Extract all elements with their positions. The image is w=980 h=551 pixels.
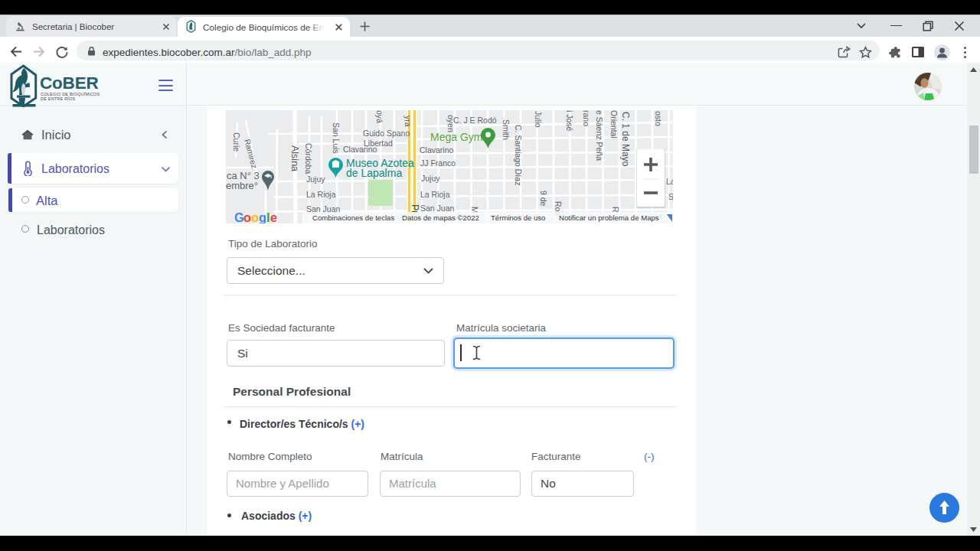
svg-text:o: o xyxy=(251,210,259,223)
svg-text:Córdoba: Córdoba xyxy=(304,143,313,174)
svg-text:Combinaciones de teclas: Combinaciones de teclas xyxy=(312,214,394,222)
svg-text:La Rioja: La Rioja xyxy=(420,190,450,199)
svg-text:Notificar un problema de Maps: Notificar un problema de Maps xyxy=(559,214,659,222)
svg-text:C. J E Rodó: C. J E Rodó xyxy=(453,116,497,125)
svg-text:JJ Franco: JJ Franco xyxy=(420,158,456,168)
svg-text:oyá: oyá xyxy=(375,110,384,123)
svg-text:g: g xyxy=(259,210,266,223)
svg-text:Julio: Julio xyxy=(534,111,543,128)
svg-text:C. Santiago Díaz: C. Santiago Díaz xyxy=(514,125,523,185)
svg-text:Clavarino: Clavarino xyxy=(420,145,454,155)
svg-text:9 de: 9 de xyxy=(539,191,548,207)
svg-text:S: S xyxy=(668,192,673,201)
svg-text:Clavarino: Clavarino xyxy=(343,145,377,154)
svg-text:Oriental: Oriental xyxy=(609,110,619,139)
svg-text:San Juan: San Juan xyxy=(420,204,455,213)
svg-text:yra: yra xyxy=(403,116,413,127)
svg-text:e: e xyxy=(270,210,277,223)
svg-text:Mega Gym: Mega Gym xyxy=(430,131,482,143)
svg-text:Curie: Curie xyxy=(232,132,241,152)
svg-text:oyen: oyen xyxy=(446,115,456,132)
svg-text:Jujuy: Jujuy xyxy=(306,174,325,184)
svg-text:C. 1 de Mayo: C. 1 de Mayo xyxy=(620,112,631,167)
svg-text:La: La xyxy=(666,177,673,186)
svg-text:Términos de uso: Términos de uso xyxy=(491,214,545,222)
svg-text:embre°: embre° xyxy=(226,180,258,191)
svg-text:i José: i José xyxy=(565,110,574,132)
svg-text:Datos de mapas ©2022: Datos de mapas ©2022 xyxy=(402,214,479,222)
svg-text:R: R xyxy=(611,207,620,213)
svg-text:G: G xyxy=(234,210,244,223)
svg-text:rano: rano xyxy=(582,110,591,126)
svg-text:e Sáenz Peña: e Sáenz Peña xyxy=(595,110,604,161)
svg-text:San Luis: San Luis xyxy=(332,122,341,154)
svg-text:o: o xyxy=(243,210,251,223)
svg-text:Alsina: Alsina xyxy=(289,145,300,171)
svg-text:Guido Spano: Guido Spano xyxy=(363,129,410,138)
svg-text:osto: osto xyxy=(654,111,663,126)
svg-text:La Rioja: La Rioja xyxy=(306,190,336,199)
svg-text:Smith: Smith xyxy=(501,119,511,140)
svg-text:Jujuy: Jujuy xyxy=(421,174,440,183)
svg-text:de Lapalma: de Lapalma xyxy=(346,167,402,179)
svg-text:l: l xyxy=(266,210,270,223)
